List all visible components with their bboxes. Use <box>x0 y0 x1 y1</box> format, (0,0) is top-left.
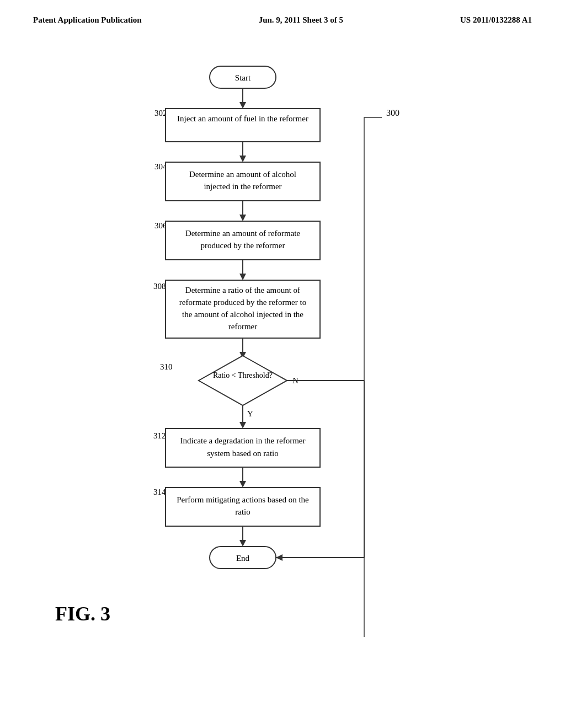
text-306b: produced by the reformer <box>201 241 285 250</box>
box-306 <box>166 221 320 260</box>
header-right: US 2011/0132288 A1 <box>460 15 532 25</box>
text-314a: Perform mitigating actions based on the <box>177 495 309 504</box>
n-branch-arrowhead <box>276 554 282 561</box>
box-302 <box>166 109 320 142</box>
arrowhead-312-314 <box>239 481 246 488</box>
label-300: 300 <box>386 108 399 117</box>
start-label: Start <box>235 73 251 82</box>
text-304a: Determine an amount of alcohol <box>189 170 296 179</box>
bracket-300 <box>364 117 382 637</box>
label-312: 312 <box>153 431 166 440</box>
box-314 <box>166 488 320 526</box>
fig-label: FIG. 3 <box>55 603 110 625</box>
header: Patent Application Publication Jun. 9, 2… <box>0 0 565 25</box>
header-middle: Jun. 9, 2011 Sheet 3 of 5 <box>259 15 343 25</box>
arrowhead-306-308 <box>239 274 246 280</box>
header-left: Patent Application Publication <box>33 15 142 25</box>
text-304b: injected in the reformer <box>204 182 281 191</box>
label-y: Y <box>247 409 253 418</box>
text-308a: Determine a ratio of the amount of <box>185 286 300 295</box>
label-308: 308 <box>153 282 166 291</box>
text-312a: Indicate a degradation in the reformer <box>180 436 306 445</box>
text-308d: reformer <box>228 322 257 331</box>
text-306a: Determine an amount of reformate <box>185 229 301 238</box>
text-310a: Ratio < Threshold? <box>213 371 273 379</box>
flowchart-svg: 300 Start 302 Inject an amount of fuel i… <box>0 36 565 698</box>
label-310: 310 <box>160 362 173 371</box>
text-312b: system based on ratio <box>207 449 279 458</box>
arrowhead-310-312 <box>239 422 246 429</box>
arrowhead-start-302 <box>239 102 246 109</box>
diagram-area: 300 Start 302 Inject an amount of fuel i… <box>0 36 565 698</box>
text-308c: the amount of alcohol injected in the <box>182 310 303 319</box>
text-302: Inject an amount of fuel in the reformer <box>177 114 308 123</box>
arrowhead-302-304 <box>239 156 246 162</box>
box-312 <box>166 429 320 467</box>
text-314b: ratio <box>235 507 250 516</box>
arrowhead-304-306 <box>239 215 246 221</box>
box-304 <box>166 162 320 201</box>
end-label: End <box>236 554 250 563</box>
arrowhead-314-end <box>239 540 246 547</box>
diamond-310 <box>199 356 287 405</box>
label-314: 314 <box>153 488 166 496</box>
text-308b: reformate produced by the reformer to <box>179 298 306 307</box>
